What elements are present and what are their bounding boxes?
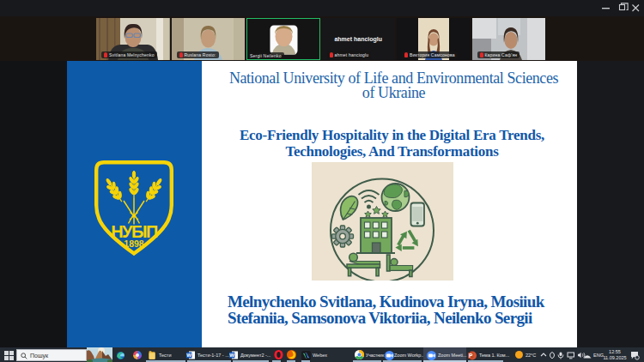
svg-text:W: W	[229, 353, 234, 358]
svg-text:W: W	[186, 353, 191, 358]
svg-text:P: P	[469, 353, 473, 359]
svg-text:1898: 1898	[124, 238, 144, 249]
